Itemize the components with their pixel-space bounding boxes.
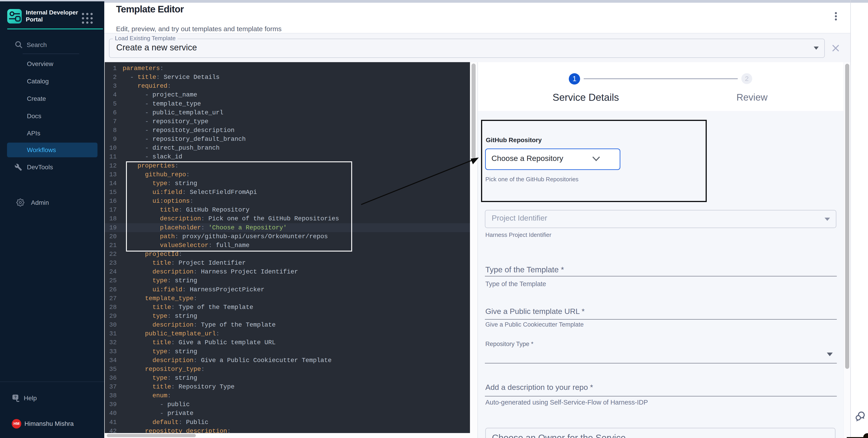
svg-text:?: ? — [14, 395, 17, 399]
